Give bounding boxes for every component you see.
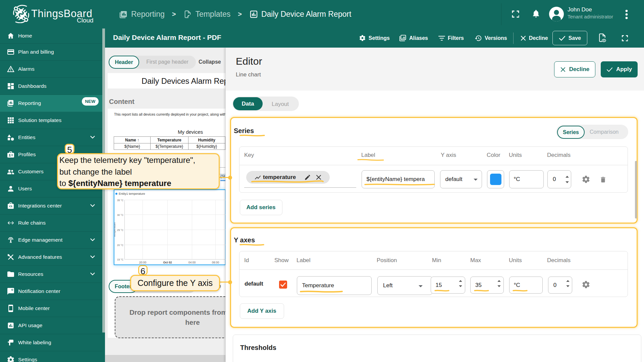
svg-text:20 °C: 20 °C [117,244,123,247]
svg-text:35 °C: 35 °C [117,199,123,202]
svg-text:04:00: 04:00 [188,261,196,264]
svg-text:20:00: 20:00 [139,261,146,264]
svg-text:Temperature: Temperature [114,222,116,237]
svg-text:25 °C: 25 °C [117,229,123,232]
svg-text:30 °C: 30 °C [117,214,123,217]
svg-text:Entity1 temperature: Entity1 temperature [119,192,145,195]
svg-text:15 °C: 15 °C [117,258,123,261]
svg-text:Oct 02: Oct 02 [163,261,172,264]
svg-text:08:00: 08:00 [212,261,219,264]
